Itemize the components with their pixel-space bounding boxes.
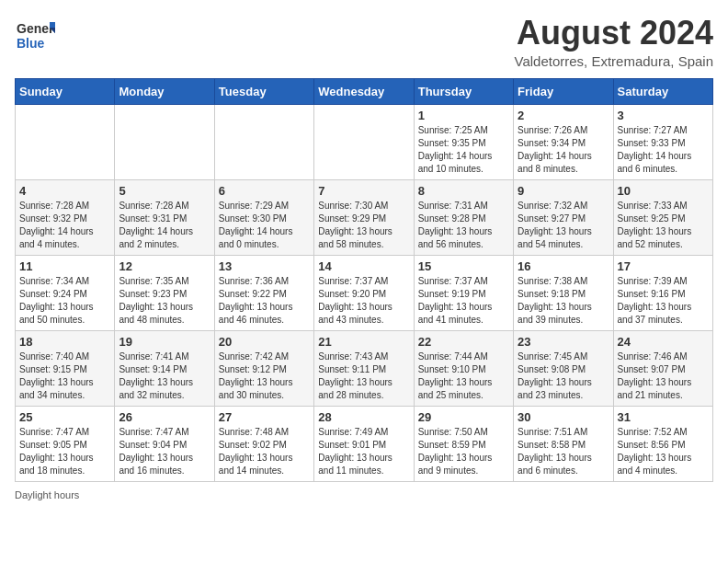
header: General Blue August 2024 Valdetorres, Ex… <box>15 15 713 69</box>
week-row-4: 18Sunrise: 7:40 AM Sunset: 9:15 PM Dayli… <box>16 330 713 406</box>
calendar-table: SundayMondayTuesdayWednesdayThursdayFrid… <box>15 78 713 482</box>
day-detail: Sunrise: 7:40 AM Sunset: 9:15 PM Dayligh… <box>19 350 110 402</box>
day-number: 19 <box>119 335 210 349</box>
calendar-cell <box>214 104 313 179</box>
footer-note: Daylight hours <box>15 489 713 500</box>
day-detail: Sunrise: 7:28 AM Sunset: 9:32 PM Dayligh… <box>19 200 110 251</box>
day-detail: Sunrise: 7:50 AM Sunset: 8:59 PM Dayligh… <box>418 426 509 477</box>
week-row-3: 11Sunrise: 7:34 AM Sunset: 9:24 PM Dayli… <box>16 255 713 330</box>
day-number: 24 <box>618 335 709 349</box>
day-detail: Sunrise: 7:28 AM Sunset: 9:31 PM Dayligh… <box>119 200 210 251</box>
day-detail: Sunrise: 7:35 AM Sunset: 9:23 PM Dayligh… <box>119 275 210 327</box>
day-number: 26 <box>119 410 210 424</box>
calendar-cell: 3Sunrise: 7:27 AM Sunset: 9:33 PM Daylig… <box>613 104 712 179</box>
day-detail: Sunrise: 7:37 AM Sunset: 9:20 PM Dayligh… <box>318 275 409 327</box>
calendar-cell: 29Sunrise: 7:50 AM Sunset: 8:59 PM Dayli… <box>414 406 513 481</box>
week-row-5: 25Sunrise: 7:47 AM Sunset: 9:05 PM Dayli… <box>16 406 713 481</box>
col-header-monday: Monday <box>115 78 214 104</box>
day-number: 18 <box>19 335 110 349</box>
day-number: 16 <box>518 259 609 273</box>
calendar-cell: 2Sunrise: 7:26 AM Sunset: 9:34 PM Daylig… <box>514 104 613 179</box>
day-detail: Sunrise: 7:30 AM Sunset: 9:29 PM Dayligh… <box>318 200 409 251</box>
calendar-cell: 25Sunrise: 7:47 AM Sunset: 9:05 PM Dayli… <box>16 406 115 481</box>
calendar-cell: 20Sunrise: 7:42 AM Sunset: 9:12 PM Dayli… <box>214 330 313 406</box>
day-number: 4 <box>19 184 110 198</box>
day-number: 20 <box>219 335 310 349</box>
day-number: 6 <box>219 184 310 198</box>
day-number: 10 <box>618 184 709 198</box>
calendar-cell: 9Sunrise: 7:32 AM Sunset: 9:27 PM Daylig… <box>514 179 613 255</box>
calendar-cell: 1Sunrise: 7:25 AM Sunset: 9:35 PM Daylig… <box>414 104 513 179</box>
calendar-cell: 30Sunrise: 7:51 AM Sunset: 8:58 PM Dayli… <box>514 406 613 481</box>
calendar-cell: 31Sunrise: 7:52 AM Sunset: 8:56 PM Dayli… <box>613 406 712 481</box>
day-number: 11 <box>19 259 110 273</box>
day-number: 22 <box>418 335 509 349</box>
calendar-cell: 14Sunrise: 7:37 AM Sunset: 9:20 PM Dayli… <box>314 255 414 330</box>
col-header-wednesday: Wednesday <box>314 78 414 104</box>
day-number: 9 <box>518 184 609 198</box>
logo-icon-area: General Blue <box>15 15 55 59</box>
calendar-cell: 8Sunrise: 7:31 AM Sunset: 9:28 PM Daylig… <box>414 179 513 255</box>
day-detail: Sunrise: 7:27 AM Sunset: 9:33 PM Dayligh… <box>618 124 709 176</box>
day-number: 1 <box>418 109 509 122</box>
calendar-cell: 4Sunrise: 7:28 AM Sunset: 9:32 PM Daylig… <box>16 179 115 255</box>
day-detail: Sunrise: 7:34 AM Sunset: 9:24 PM Dayligh… <box>19 275 110 327</box>
day-number: 28 <box>318 410 409 424</box>
calendar-body: 1Sunrise: 7:25 AM Sunset: 9:35 PM Daylig… <box>16 104 713 481</box>
day-number: 2 <box>518 109 609 122</box>
day-number: 29 <box>418 410 509 424</box>
svg-text:Blue: Blue <box>17 36 45 51</box>
day-number: 30 <box>518 410 609 424</box>
day-detail: Sunrise: 7:39 AM Sunset: 9:16 PM Dayligh… <box>618 275 709 327</box>
day-number: 23 <box>518 335 609 349</box>
calendar-cell: 7Sunrise: 7:30 AM Sunset: 9:29 PM Daylig… <box>314 179 414 255</box>
day-number: 31 <box>618 410 709 424</box>
day-number: 5 <box>119 184 210 198</box>
calendar-cell: 16Sunrise: 7:38 AM Sunset: 9:18 PM Dayli… <box>514 255 613 330</box>
calendar-cell: 10Sunrise: 7:33 AM Sunset: 9:25 PM Dayli… <box>613 179 712 255</box>
calendar-cell: 12Sunrise: 7:35 AM Sunset: 9:23 PM Dayli… <box>115 255 214 330</box>
day-detail: Sunrise: 7:37 AM Sunset: 9:19 PM Dayligh… <box>418 275 509 327</box>
day-detail: Sunrise: 7:31 AM Sunset: 9:28 PM Dayligh… <box>418 200 509 251</box>
day-detail: Sunrise: 7:32 AM Sunset: 9:27 PM Dayligh… <box>518 200 609 251</box>
day-number: 15 <box>418 259 509 273</box>
calendar-header: SundayMondayTuesdayWednesdayThursdayFrid… <box>16 78 713 104</box>
day-number: 27 <box>219 410 310 424</box>
day-detail: Sunrise: 7:38 AM Sunset: 9:18 PM Dayligh… <box>518 275 609 327</box>
calendar-cell: 24Sunrise: 7:46 AM Sunset: 9:07 PM Dayli… <box>613 330 712 406</box>
day-detail: Sunrise: 7:47 AM Sunset: 9:04 PM Dayligh… <box>119 426 210 477</box>
calendar-cell <box>314 104 414 179</box>
calendar-cell: 22Sunrise: 7:44 AM Sunset: 9:10 PM Dayli… <box>414 330 513 406</box>
day-detail: Sunrise: 7:45 AM Sunset: 9:08 PM Dayligh… <box>518 350 609 402</box>
calendar-cell: 23Sunrise: 7:45 AM Sunset: 9:08 PM Dayli… <box>514 330 613 406</box>
col-header-friday: Friday <box>514 78 613 104</box>
calendar-cell: 27Sunrise: 7:48 AM Sunset: 9:02 PM Dayli… <box>214 406 313 481</box>
svg-text:General: General <box>17 21 55 36</box>
col-header-thursday: Thursday <box>414 78 513 104</box>
calendar-cell: 17Sunrise: 7:39 AM Sunset: 9:16 PM Dayli… <box>613 255 712 330</box>
day-number: 12 <box>119 259 210 273</box>
col-header-sunday: Sunday <box>16 78 115 104</box>
calendar-cell: 28Sunrise: 7:49 AM Sunset: 9:01 PM Dayli… <box>314 406 414 481</box>
daylight-label: Daylight hours <box>15 489 79 500</box>
day-detail: Sunrise: 7:43 AM Sunset: 9:11 PM Dayligh… <box>318 350 409 402</box>
calendar-cell: 13Sunrise: 7:36 AM Sunset: 9:22 PM Dayli… <box>214 255 313 330</box>
col-header-tuesday: Tuesday <box>214 78 313 104</box>
day-detail: Sunrise: 7:46 AM Sunset: 9:07 PM Dayligh… <box>618 350 709 402</box>
day-number: 13 <box>219 259 310 273</box>
day-detail: Sunrise: 7:52 AM Sunset: 8:56 PM Dayligh… <box>618 426 709 477</box>
day-number: 17 <box>618 259 709 273</box>
week-row-2: 4Sunrise: 7:28 AM Sunset: 9:32 PM Daylig… <box>16 179 713 255</box>
day-detail: Sunrise: 7:29 AM Sunset: 9:30 PM Dayligh… <box>219 200 310 251</box>
day-number: 3 <box>618 109 709 122</box>
calendar-cell: 15Sunrise: 7:37 AM Sunset: 9:19 PM Dayli… <box>414 255 513 330</box>
day-number: 7 <box>318 184 409 198</box>
day-number: 14 <box>318 259 409 273</box>
logo-svg: General Blue <box>15 15 55 55</box>
title-area: August 2024 Valdetorres, Extremadura, Sp… <box>515 15 714 69</box>
day-number: 21 <box>318 335 409 349</box>
day-detail: Sunrise: 7:25 AM Sunset: 9:35 PM Dayligh… <box>418 124 509 176</box>
day-detail: Sunrise: 7:51 AM Sunset: 8:58 PM Dayligh… <box>518 426 609 477</box>
calendar-cell: 19Sunrise: 7:41 AM Sunset: 9:14 PM Dayli… <box>115 330 214 406</box>
calendar-cell: 6Sunrise: 7:29 AM Sunset: 9:30 PM Daylig… <box>214 179 313 255</box>
